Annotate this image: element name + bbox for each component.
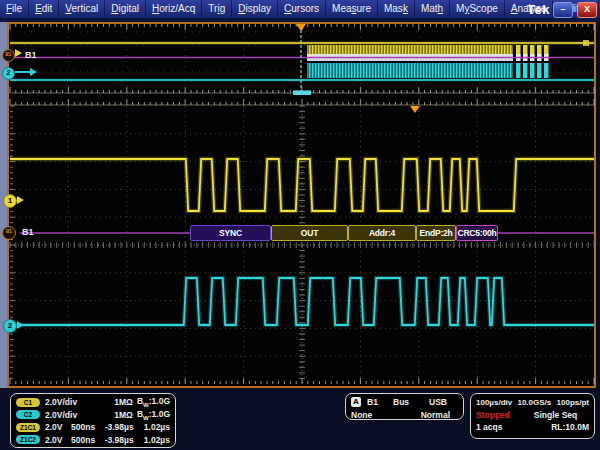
bus-field-sync: SYNC	[190, 225, 271, 241]
oscilloscope-app: FileEditVerticalDigitalHoriz/AcqTrigDisp…	[0, 0, 600, 450]
trigger-type: Bus	[393, 397, 429, 407]
bus-field-addr: Addr:4	[348, 225, 416, 241]
menu-file[interactable]: File	[0, 0, 29, 18]
record-length: RL:10.0M	[551, 422, 589, 432]
menu-vertical[interactable]: Vertical	[59, 0, 105, 18]
ch2-arrow-icon	[17, 321, 24, 329]
menu-trig[interactable]: Trig	[202, 0, 232, 18]
right-gutter	[596, 22, 600, 388]
ch2-badge[interactable]: C2	[16, 410, 40, 419]
acq-count: 1 acqs	[476, 422, 551, 432]
z1c2-scale: 2.0V	[45, 435, 71, 445]
menu-mask[interactable]: Mask	[378, 0, 415, 18]
trigger-mode: Normal	[421, 410, 450, 420]
bus-field-out: OUT	[271, 225, 348, 241]
ch1-arrow-icon-overview	[15, 49, 22, 57]
acq-status-row: Stopped Single Seq	[476, 409, 589, 422]
minimize-button[interactable]: –	[553, 2, 573, 18]
z1c2-delay: -3.98µs	[105, 435, 144, 445]
horizontal-scale: 100µs/div	[476, 398, 512, 407]
menu-myscope[interactable]: MyScope	[450, 0, 505, 18]
menu-display[interactable]: Display	[232, 0, 278, 18]
z1c1-badge[interactable]: Z1C1	[16, 423, 40, 432]
ch1-marker[interactable]: 1	[3, 194, 17, 208]
trigger-bus-type: USB	[429, 397, 447, 407]
ch1-badge[interactable]: C1	[16, 398, 40, 407]
sample-rate: 10.0GS/s	[512, 398, 556, 407]
acq-status: Stopped	[476, 410, 522, 420]
z1c1-width: 1.02µs	[144, 422, 170, 432]
ch2-impedance: 1MΩ	[96, 410, 133, 420]
zoom-window-handle[interactable]	[291, 88, 313, 97]
ch2-arrow-tail-overview	[15, 71, 30, 73]
z1c2-badge[interactable]: Z1C2	[16, 435, 40, 444]
menu-measure[interactable]: Measure	[326, 0, 378, 18]
trigger-source-row: A B1 Bus USB	[351, 396, 458, 409]
channel-readout-panel: C1 2.0V/div 1MΩ BW:1.0G C2 2.0V/div 1MΩ …	[10, 393, 176, 448]
close-button[interactable]: X	[577, 2, 597, 18]
acq-count-row: 1 acqs RL:10.0M	[476, 421, 589, 434]
ch2-arrow-icon-overview	[30, 68, 37, 76]
bus-label: B1	[22, 227, 34, 237]
z1c1-scale: 2.0V	[45, 422, 71, 432]
ch1-impedance: 1MΩ	[96, 397, 133, 407]
trigger-readout-panel: A B1 Bus USB None Normal	[345, 393, 464, 420]
ch1-scale: 2.0V/div	[45, 397, 96, 407]
ch2-marker-overview[interactable]: 2	[2, 67, 15, 80]
bus-marker-overview[interactable]: B1	[2, 49, 15, 62]
trigger-holdoff: None	[351, 410, 421, 420]
horizontal-readout-panel: 100µs/div 10.0GS/s 100ps/pt Stopped Sing…	[470, 393, 595, 439]
ch2-readout-row: C2 2.0V/div 1MΩ BW:1.0G	[16, 409, 170, 422]
zoom1-ch1-readout-row: Z1C1 2.0V 500ns -3.98µs 1.02µs	[16, 421, 170, 434]
zoom1-ch2-readout-row: Z1C2 2.0V 500ns -3.98µs 1.02µs	[16, 434, 170, 447]
resolution: 100ps/pt	[557, 398, 589, 407]
menu-horizacq[interactable]: Horiz/Acq	[146, 0, 202, 18]
ch2-marker[interactable]: 2	[3, 319, 17, 333]
waveform-window-frame	[7, 22, 596, 388]
z1c2-width: 1.02µs	[144, 435, 170, 445]
trigger-a-badge: A	[351, 397, 361, 407]
z1c1-delay: -3.98µs	[105, 422, 144, 432]
ch1-arrow-icon	[17, 196, 24, 204]
bus-marker[interactable]: B1	[2, 226, 16, 240]
readout-bar: C1 2.0V/div 1MΩ BW:1.0G C2 2.0V/div 1MΩ …	[0, 388, 600, 450]
menu-digital[interactable]: Digital	[105, 0, 146, 18]
trigger-source: B1	[367, 397, 393, 407]
bus-label-overview: B1	[25, 50, 37, 60]
menu-items: FileEditVerticalDigitalHoriz/AcqTrigDisp…	[0, 0, 600, 18]
trigger-mode-row: None Normal	[351, 409, 458, 422]
z1c2-timebase: 500ns	[71, 435, 105, 445]
menu-edit[interactable]: Edit	[29, 0, 59, 18]
ch1-readout-row: C1 2.0V/div 1MΩ BW:1.0G	[16, 396, 170, 409]
ch1-bandwidth: BW:1.0G	[137, 396, 170, 408]
horizontal-scale-row: 100µs/div 10.0GS/s 100ps/pt	[476, 396, 589, 409]
menu-math[interactable]: Math	[415, 0, 450, 18]
ch2-scale: 2.0V/div	[45, 410, 96, 420]
bus-field-endp: EndP:2h	[416, 225, 456, 241]
ch2-bandwidth: BW:1.0G	[137, 409, 170, 421]
acq-mode: Single Seq	[522, 410, 589, 420]
tek-logo: Tek	[527, 2, 550, 17]
z1c1-timebase: 500ns	[71, 422, 105, 432]
bus-field-crc: CRC5:00h	[456, 225, 498, 241]
menu-cursors[interactable]: Cursors	[278, 0, 326, 18]
menu-bar: FileEditVerticalDigitalHoriz/AcqTrigDisp…	[0, 0, 600, 18]
